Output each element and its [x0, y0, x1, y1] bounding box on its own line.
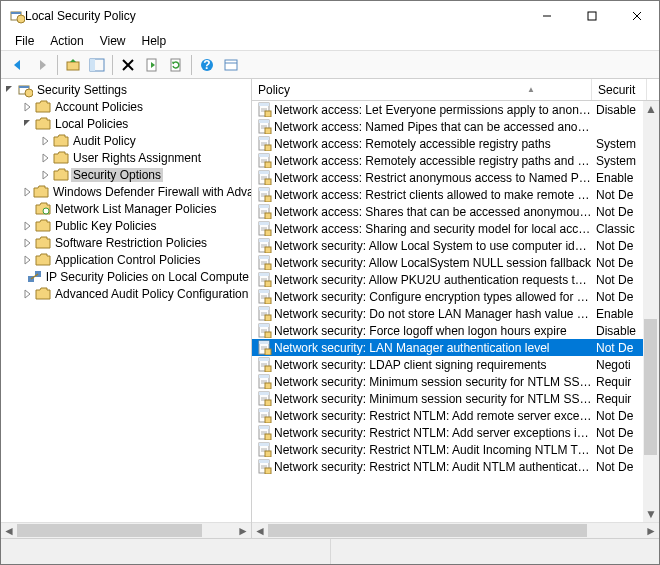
twisty-icon[interactable] — [23, 102, 35, 112]
menu-action[interactable]: Action — [44, 32, 89, 50]
policy-name: Network security: Force logoff when logo… — [274, 324, 592, 338]
scroll-left-icon[interactable]: ◄ — [1, 523, 17, 539]
list-row[interactable]: Network access: Named Pipes that can be … — [252, 118, 643, 135]
list-row[interactable]: Network access: Restrict clients allowed… — [252, 186, 643, 203]
maximize-button[interactable] — [569, 2, 614, 31]
list-horizontal-scrollbar[interactable]: ◄ ► — [252, 522, 659, 538]
list-row[interactable]: Network security: Allow PKU2U authentica… — [252, 271, 643, 288]
list-row[interactable]: Network security: Restrict NTLM: Audit N… — [252, 458, 643, 475]
list-row[interactable]: Network access: Let Everyone permissions… — [252, 101, 643, 118]
up-button[interactable] — [62, 54, 84, 76]
menu-help[interactable]: Help — [136, 32, 173, 50]
tree-root[interactable]: Security Settings — [1, 81, 251, 98]
twisty-icon[interactable] — [41, 170, 53, 180]
tree-item[interactable]: Windows Defender Firewall with Adva — [1, 183, 251, 200]
scroll-track[interactable] — [268, 523, 643, 539]
scroll-down-icon[interactable]: ▼ — [643, 506, 659, 522]
tree-item[interactable]: IP Security Policies on Local Compute — [1, 268, 251, 285]
policy-setting: Classic — [592, 222, 643, 236]
list-vertical-scrollbar[interactable]: ▲ ▼ — [643, 101, 659, 522]
list-row[interactable]: Network security: Force logoff when logo… — [252, 322, 643, 339]
menu-view[interactable]: View — [94, 32, 132, 50]
list-row[interactable]: Network security: Do not store LAN Manag… — [252, 305, 643, 322]
tree-item[interactable]: Network List Manager Policies — [1, 200, 251, 217]
folder-icon — [53, 133, 69, 149]
tree-body[interactable]: Security SettingsAccount PoliciesLocal P… — [1, 79, 251, 522]
twisty-icon[interactable] — [23, 289, 35, 299]
tree-item[interactable]: Public Key Policies — [1, 217, 251, 234]
scroll-right-icon[interactable]: ► — [235, 523, 251, 539]
minimize-button[interactable] — [524, 2, 569, 31]
svg-rect-81 — [259, 290, 269, 293]
twisty-icon[interactable] — [41, 153, 53, 163]
list-row[interactable]: Network security: Minimum session securi… — [252, 390, 643, 407]
tree-horizontal-scrollbar[interactable]: ◄ ► — [1, 522, 251, 538]
svg-rect-126 — [259, 443, 269, 446]
export-button[interactable] — [141, 54, 163, 76]
folder-icon — [26, 269, 42, 285]
twisty-open-icon[interactable] — [5, 85, 17, 95]
list-row[interactable]: Network access: Remotely accessible regi… — [252, 152, 643, 169]
list-row[interactable]: Network access: Sharing and security mod… — [252, 220, 643, 237]
refresh-button[interactable] — [165, 54, 187, 76]
tree-item[interactable]: Local Policies — [1, 115, 251, 132]
scroll-left-icon[interactable]: ◄ — [252, 523, 268, 539]
help-button[interactable]: ? — [196, 54, 218, 76]
show-hide-tree-button[interactable] — [86, 54, 108, 76]
list-rows[interactable]: Network access: Let Everyone permissions… — [252, 101, 643, 522]
column-header-policy[interactable]: Policy ▲ — [252, 79, 592, 100]
list-row[interactable]: Network access: Remotely accessible regi… — [252, 135, 643, 152]
list-row[interactable]: Network security: Configure encryption t… — [252, 288, 643, 305]
tree-item-label: Audit Policy — [71, 134, 138, 148]
twisty-icon[interactable] — [23, 221, 35, 231]
scroll-up-icon[interactable]: ▲ — [643, 101, 659, 117]
list-row[interactable]: Network security: Restrict NTLM: Add rem… — [252, 407, 643, 424]
scroll-track[interactable] — [643, 117, 659, 506]
back-button[interactable] — [7, 54, 29, 76]
tree-item[interactable]: Application Control Policies — [1, 251, 251, 268]
scroll-right-icon[interactable]: ► — [643, 523, 659, 539]
list-row[interactable]: Network security: Restrict NTLM: Audit I… — [252, 441, 643, 458]
svg-rect-79 — [265, 281, 271, 287]
list-row[interactable]: Network access: Shares that can be acces… — [252, 203, 643, 220]
policy-name: Network security: Minimum session securi… — [274, 375, 592, 389]
scroll-thumb[interactable] — [17, 524, 202, 537]
twisty-icon[interactable] — [23, 187, 33, 197]
svg-rect-119 — [265, 417, 271, 423]
svg-rect-1 — [11, 12, 21, 14]
list-row[interactable]: Network security: LDAP client signing re… — [252, 356, 643, 373]
scroll-track[interactable] — [17, 523, 235, 539]
menu-file[interactable]: File — [9, 32, 40, 50]
close-button[interactable] — [614, 2, 659, 31]
list-row[interactable]: Network security: LAN Manager authentica… — [252, 339, 643, 356]
menubar: File Action View Help — [1, 31, 659, 51]
list-row[interactable]: Network access: Restrict anonymous acces… — [252, 169, 643, 186]
twisty-icon[interactable] — [23, 238, 35, 248]
delete-button[interactable] — [117, 54, 139, 76]
policy-setting: Not De — [592, 256, 643, 270]
scroll-thumb[interactable] — [268, 524, 587, 537]
properties-button[interactable] — [220, 54, 242, 76]
forward-button[interactable] — [31, 54, 53, 76]
policy-icon — [256, 289, 272, 305]
list-row[interactable]: Network security: Restrict NTLM: Add ser… — [252, 424, 643, 441]
list-row[interactable]: Network security: Allow LocalSystem NULL… — [252, 254, 643, 271]
tree-item[interactable]: Audit Policy — [1, 132, 251, 149]
policy-setting: Not De — [592, 409, 643, 423]
tree-item[interactable]: Software Restriction Policies — [1, 234, 251, 251]
tree-item[interactable]: Account Policies — [1, 98, 251, 115]
tree-item[interactable]: User Rights Assignment — [1, 149, 251, 166]
list-row[interactable]: Network security: Allow Local System to … — [252, 237, 643, 254]
column-header-security-setting[interactable]: Securit — [592, 79, 647, 100]
svg-rect-69 — [265, 247, 271, 253]
policy-icon — [256, 119, 272, 135]
tree-item[interactable]: Security Options — [1, 166, 251, 183]
svg-rect-104 — [265, 366, 271, 372]
svg-rect-7 — [67, 62, 79, 70]
twisty-icon[interactable] — [23, 119, 35, 129]
tree-item[interactable]: Advanced Audit Policy Configuration — [1, 285, 251, 302]
scroll-thumb[interactable] — [644, 319, 657, 455]
twisty-icon[interactable] — [23, 255, 35, 265]
twisty-icon[interactable] — [41, 136, 53, 146]
list-row[interactable]: Network security: Minimum session securi… — [252, 373, 643, 390]
